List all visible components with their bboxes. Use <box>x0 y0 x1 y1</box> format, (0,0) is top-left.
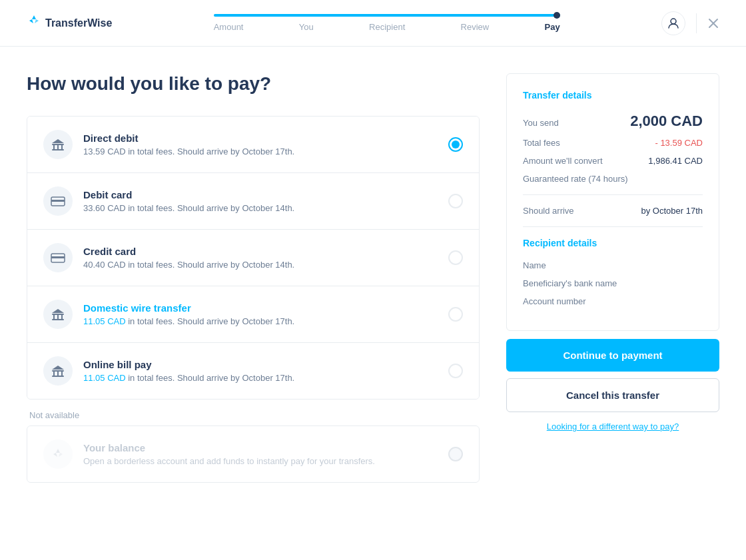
page-title: How would you like to pay? <box>27 73 480 95</box>
svg-marker-8 <box>52 139 64 143</box>
direct-debit-text: Direct debit 13.59 CAD in total fees. Sh… <box>83 133 448 156</box>
your-balance-desc: Open a borderless account and add funds … <box>83 456 448 466</box>
progress-dot <box>554 12 560 19</box>
header: TransferWise Amount You Recipient Review… <box>0 0 746 47</box>
left-panel: How would you like to pay? Direct deb <box>27 73 480 483</box>
convert-label: Amount we'll convert <box>523 156 603 166</box>
payment-options-list: Direct debit 13.59 CAD in total fees. Sh… <box>27 116 480 400</box>
logo-text: TransferWise <box>45 17 112 29</box>
direct-debit-radio[interactable] <box>448 137 463 152</box>
debit-card-radio[interactable] <box>448 194 463 208</box>
online-bill-icon-wrap <box>43 356 73 386</box>
progress-fill <box>214 14 560 17</box>
recipient-details-title: Recipient details <box>523 238 703 248</box>
svg-rect-17 <box>52 319 64 320</box>
svg-rect-15 <box>57 315 59 319</box>
payment-option-credit-card[interactable]: Credit card 40.40 CAD in total fees. Sho… <box>27 230 479 286</box>
card-icon <box>50 193 66 209</box>
should-arrive-row: Should arrive by October 17th <box>523 206 703 216</box>
svg-rect-4 <box>53 145 55 149</box>
transfer-details-title: Transfer details <box>523 90 703 101</box>
step-recipient[interactable]: Recipient <box>369 22 405 32</box>
credit-card-icon-wrap <box>43 243 73 272</box>
credit-card-title: Credit card <box>83 246 448 257</box>
guaranteed-rate-row: Guaranteed rate (74 hours) <box>523 174 703 184</box>
svg-marker-18 <box>52 309 64 313</box>
you-send-value: 2,000 CAD <box>630 113 703 130</box>
svg-rect-5 <box>57 145 59 149</box>
direct-debit-icon-wrap <box>43 130 73 159</box>
svg-rect-13 <box>52 314 64 315</box>
payment-option-domestic-wire[interactable]: Domestic wire transfer 11.05 CAD in tota… <box>27 286 479 343</box>
svg-rect-6 <box>61 145 63 149</box>
svg-point-0 <box>671 19 676 24</box>
domestic-wire-radio[interactable] <box>448 307 463 322</box>
progress-bar <box>214 14 560 17</box>
step-pay[interactable]: Pay <box>545 22 560 32</box>
domestic-wire-desc: 11.05 CAD in total fees. Should arrive b… <box>83 316 448 326</box>
credit-card-desc: 40.40 CAD in total fees. Should arrive b… <box>83 260 448 270</box>
debit-card-icon-wrap <box>43 186 73 216</box>
credit-card-text: Credit card 40.40 CAD in total fees. Sho… <box>83 246 448 270</box>
recipient-name-row: Name <box>523 260 703 270</box>
svg-rect-21 <box>57 372 59 376</box>
online-bill-desc: 11.05 CAD in total fees. Should arrive b… <box>83 373 448 383</box>
step-you[interactable]: You <box>299 22 314 32</box>
svg-rect-16 <box>61 315 63 319</box>
cancel-transfer-button[interactable]: Cancel this transfer <box>506 378 719 412</box>
payment-option-debit-card[interactable]: Debit card 33.60 CAD in total fees. Shou… <box>27 173 479 230</box>
wire-transfer-icon <box>50 306 66 322</box>
svg-rect-23 <box>52 376 64 377</box>
step-amount[interactable]: Amount <box>214 22 244 32</box>
steps-labels: Amount You Recipient Review Pay <box>214 22 560 32</box>
logo-icon <box>27 14 41 32</box>
your-balance-radio <box>448 447 463 461</box>
debit-card-text: Debit card 33.60 CAD in total fees. Shou… <box>83 189 448 213</box>
continue-to-payment-button[interactable]: Continue to payment <box>506 339 719 372</box>
online-bill-radio[interactable] <box>448 364 463 378</box>
bill-pay-icon <box>50 363 66 379</box>
debit-card-title: Debit card <box>83 189 448 200</box>
recipient-account-label: Account number <box>523 296 586 306</box>
svg-rect-14 <box>53 315 55 319</box>
svg-rect-20 <box>53 372 55 376</box>
not-available-section: Not available Your balance Open a border… <box>27 410 480 483</box>
debit-card-desc: 33.60 CAD in total fees. Should arrive b… <box>83 203 448 213</box>
convert-row: Amount we'll convert 1,986.41 CAD <box>523 156 703 166</box>
direct-debit-title: Direct debit <box>83 133 448 144</box>
not-available-options: Your balance Open a borderless account a… <box>27 425 480 483</box>
not-available-label: Not available <box>27 410 480 420</box>
you-send-label: You send <box>523 118 559 128</box>
transferwise-icon <box>50 446 66 462</box>
payment-option-online-bill[interactable]: Online bill pay 11.05 CAD in total fees.… <box>27 343 479 399</box>
svg-rect-12 <box>51 256 65 258</box>
online-bill-fee: 11.05 CAD <box>83 373 126 383</box>
domestic-wire-icon-wrap <box>43 300 73 329</box>
online-bill-text: Online bill pay 11.05 CAD in total fees.… <box>83 359 448 383</box>
domestic-wire-text: Domestic wire transfer 11.05 CAD in tota… <box>83 302 448 326</box>
credit-card-icon <box>50 250 66 266</box>
payment-option-your-balance: Your balance Open a borderless account a… <box>27 426 479 482</box>
radio-inner-selected <box>452 140 460 148</box>
svg-rect-19 <box>52 370 64 372</box>
convert-value: 1,986.41 CAD <box>648 156 703 166</box>
header-actions <box>661 11 719 35</box>
nav-steps: Amount You Recipient Review Pay <box>112 14 661 32</box>
svg-rect-3 <box>52 144 64 145</box>
different-pay-link[interactable]: Looking for a different way to pay? <box>506 421 719 431</box>
your-balance-text: Your balance Open a borderless account a… <box>83 442 448 466</box>
your-balance-icon-wrap <box>43 439 73 469</box>
direct-debit-desc: 13.59 CAD in total fees. Should arrive b… <box>83 146 448 156</box>
main-content: How would you like to pay? Direct deb <box>0 47 746 509</box>
close-button[interactable] <box>707 17 719 29</box>
recipient-separator <box>523 226 703 227</box>
recipient-account-row: Account number <box>523 296 703 306</box>
step-review[interactable]: Review <box>461 22 490 32</box>
recipient-name-label: Name <box>523 260 546 270</box>
payment-option-direct-debit[interactable]: Direct debit 13.59 CAD in total fees. Sh… <box>27 117 479 173</box>
total-fees-label: Total fees <box>523 138 560 148</box>
online-bill-title: Online bill pay <box>83 359 448 370</box>
user-account-button[interactable] <box>661 11 685 35</box>
credit-card-radio[interactable] <box>448 250 463 265</box>
guaranteed-rate-label: Guaranteed rate (74 hours) <box>523 174 628 184</box>
